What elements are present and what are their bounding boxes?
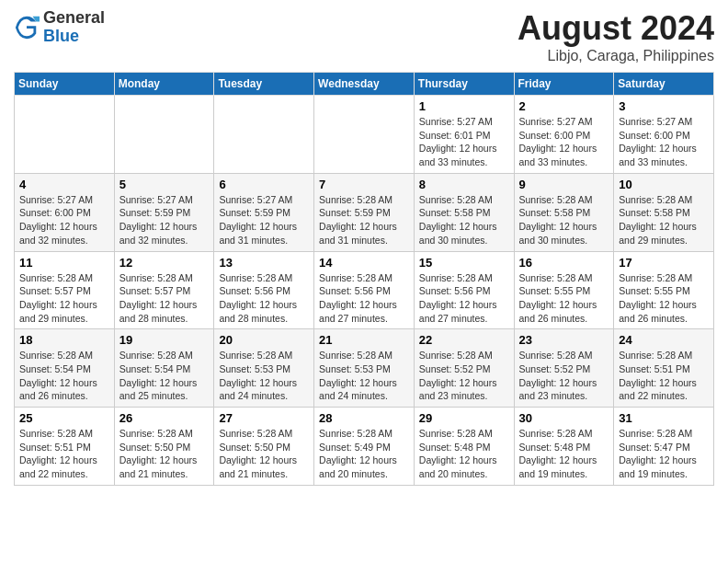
calendar-cell: 17Sunrise: 5:28 AM Sunset: 5:55 PM Dayli… — [614, 251, 714, 329]
calendar-cell: 30Sunrise: 5:28 AM Sunset: 5:48 PM Dayli… — [514, 408, 614, 486]
day-number: 28 — [319, 411, 409, 425]
calendar-cell: 11Sunrise: 5:28 AM Sunset: 5:57 PM Dayli… — [15, 251, 115, 329]
calendar-cell: 2Sunrise: 5:27 AM Sunset: 6:00 PM Daylig… — [514, 96, 614, 174]
day-number: 22 — [419, 333, 509, 347]
day-header: Tuesday — [214, 73, 314, 96]
calendar-cell: 9Sunrise: 5:28 AM Sunset: 5:58 PM Daylig… — [514, 173, 614, 251]
day-number: 6 — [219, 178, 309, 191]
calendar-cell: 31Sunrise: 5:28 AM Sunset: 5:47 PM Dayli… — [614, 408, 714, 486]
calendar-cell — [214, 96, 314, 174]
calendar-cell: 24Sunrise: 5:28 AM Sunset: 5:51 PM Dayli… — [614, 329, 714, 408]
day-header: Friday — [514, 73, 614, 96]
day-number: 30 — [519, 411, 609, 425]
day-header: Thursday — [414, 73, 514, 96]
day-info: Sunrise: 5:27 AM Sunset: 5:59 PM Dayligh… — [219, 193, 309, 247]
day-info: Sunrise: 5:28 AM Sunset: 5:53 PM Dayligh… — [219, 349, 309, 403]
day-number: 3 — [619, 99, 709, 113]
day-info: Sunrise: 5:28 AM Sunset: 5:54 PM Dayligh… — [19, 349, 109, 403]
day-header: Wednesday — [314, 73, 415, 96]
calendar-cell: 4Sunrise: 5:27 AM Sunset: 6:00 PM Daylig… — [15, 173, 115, 251]
calendar-week-row: 25Sunrise: 5:28 AM Sunset: 5:51 PM Dayli… — [15, 408, 714, 486]
day-number: 23 — [519, 333, 609, 347]
logo-icon — [14, 15, 40, 40]
calendar-cell: 12Sunrise: 5:28 AM Sunset: 5:57 PM Dayli… — [114, 251, 214, 329]
day-info: Sunrise: 5:28 AM Sunset: 5:50 PM Dayligh… — [119, 427, 210, 481]
day-info: Sunrise: 5:27 AM Sunset: 5:59 PM Dayligh… — [119, 193, 210, 247]
calendar-cell: 25Sunrise: 5:28 AM Sunset: 5:51 PM Dayli… — [15, 408, 115, 486]
day-number: 1 — [419, 99, 509, 113]
day-info: Sunrise: 5:28 AM Sunset: 5:57 PM Dayligh… — [119, 271, 210, 326]
calendar-cell: 20Sunrise: 5:28 AM Sunset: 5:53 PM Dayli… — [214, 329, 314, 408]
logo-text: General Blue — [43, 9, 105, 46]
day-number: 10 — [619, 178, 709, 191]
day-number: 18 — [19, 333, 109, 347]
calendar-week-row: 1Sunrise: 5:27 AM Sunset: 6:01 PM Daylig… — [15, 96, 714, 174]
day-number: 17 — [619, 256, 709, 270]
calendar-cell: 16Sunrise: 5:28 AM Sunset: 5:55 PM Dayli… — [514, 251, 614, 329]
day-number: 20 — [219, 333, 309, 347]
page-header: General Blue August 2024 Libjo, Caraga, … — [14, 9, 714, 64]
day-number: 25 — [19, 411, 109, 425]
day-number: 24 — [619, 333, 709, 347]
calendar-week-row: 4Sunrise: 5:27 AM Sunset: 6:00 PM Daylig… — [15, 173, 714, 251]
day-info: Sunrise: 5:28 AM Sunset: 5:48 PM Dayligh… — [519, 427, 609, 481]
day-number: 13 — [219, 256, 309, 270]
calendar-cell: 23Sunrise: 5:28 AM Sunset: 5:52 PM Dayli… — [514, 329, 614, 408]
day-info: Sunrise: 5:28 AM Sunset: 5:58 PM Dayligh… — [419, 193, 509, 247]
calendar-cell: 29Sunrise: 5:28 AM Sunset: 5:48 PM Dayli… — [414, 408, 514, 486]
day-header: Sunday — [15, 73, 115, 96]
day-number: 8 — [419, 178, 509, 191]
day-number: 11 — [19, 256, 109, 270]
day-info: Sunrise: 5:28 AM Sunset: 5:52 PM Dayligh… — [519, 349, 609, 403]
day-info: Sunrise: 5:28 AM Sunset: 5:57 PM Dayligh… — [19, 271, 109, 326]
calendar-cell: 27Sunrise: 5:28 AM Sunset: 5:50 PM Dayli… — [214, 408, 314, 486]
calendar-cell: 13Sunrise: 5:28 AM Sunset: 5:56 PM Dayli… — [214, 251, 314, 329]
day-info: Sunrise: 5:28 AM Sunset: 5:50 PM Dayligh… — [219, 427, 309, 481]
day-info: Sunrise: 5:28 AM Sunset: 5:51 PM Dayligh… — [19, 427, 109, 481]
day-info: Sunrise: 5:28 AM Sunset: 5:56 PM Dayligh… — [219, 271, 309, 326]
page-title: August 2024 — [518, 9, 714, 48]
day-number: 31 — [619, 411, 709, 425]
day-info: Sunrise: 5:28 AM Sunset: 5:59 PM Dayligh… — [319, 193, 409, 247]
day-info: Sunrise: 5:28 AM Sunset: 5:56 PM Dayligh… — [319, 271, 409, 326]
day-number: 5 — [119, 178, 210, 191]
calendar-cell: 8Sunrise: 5:28 AM Sunset: 5:58 PM Daylig… — [414, 173, 514, 251]
calendar-cell: 10Sunrise: 5:28 AM Sunset: 5:58 PM Dayli… — [614, 173, 714, 251]
day-info: Sunrise: 5:27 AM Sunset: 6:00 PM Dayligh… — [519, 115, 609, 169]
day-info: Sunrise: 5:28 AM Sunset: 5:55 PM Dayligh… — [619, 271, 709, 326]
calendar-cell: 7Sunrise: 5:28 AM Sunset: 5:59 PM Daylig… — [314, 173, 415, 251]
title-block: August 2024 Libjo, Caraga, Philippines — [518, 9, 714, 64]
calendar-table: SundayMondayTuesdayWednesdayThursdayFrid… — [14, 72, 714, 486]
calendar-cell: 3Sunrise: 5:27 AM Sunset: 6:00 PM Daylig… — [614, 96, 714, 174]
day-info: Sunrise: 5:28 AM Sunset: 5:58 PM Dayligh… — [519, 193, 609, 247]
calendar-cell: 21Sunrise: 5:28 AM Sunset: 5:53 PM Dayli… — [314, 329, 415, 408]
calendar-cell: 14Sunrise: 5:28 AM Sunset: 5:56 PM Dayli… — [314, 251, 415, 329]
calendar-cell: 19Sunrise: 5:28 AM Sunset: 5:54 PM Dayli… — [114, 329, 214, 408]
calendar-cell — [114, 96, 214, 174]
day-info: Sunrise: 5:28 AM Sunset: 5:49 PM Dayligh… — [319, 427, 409, 481]
calendar-cell: 15Sunrise: 5:28 AM Sunset: 5:56 PM Dayli… — [414, 251, 514, 329]
day-number: 16 — [519, 256, 609, 270]
day-number: 9 — [519, 178, 609, 191]
day-info: Sunrise: 5:28 AM Sunset: 5:51 PM Dayligh… — [619, 349, 709, 403]
day-number: 27 — [219, 411, 309, 425]
day-number: 29 — [419, 411, 509, 425]
day-number: 7 — [319, 178, 409, 191]
calendar-week-row: 11Sunrise: 5:28 AM Sunset: 5:57 PM Dayli… — [15, 251, 714, 329]
day-info: Sunrise: 5:28 AM Sunset: 5:56 PM Dayligh… — [419, 271, 509, 326]
calendar-week-row: 18Sunrise: 5:28 AM Sunset: 5:54 PM Dayli… — [15, 329, 714, 408]
day-info: Sunrise: 5:28 AM Sunset: 5:55 PM Dayligh… — [519, 271, 609, 326]
day-info: Sunrise: 5:27 AM Sunset: 6:00 PM Dayligh… — [619, 115, 709, 169]
calendar-cell: 22Sunrise: 5:28 AM Sunset: 5:52 PM Dayli… — [414, 329, 514, 408]
day-info: Sunrise: 5:27 AM Sunset: 6:01 PM Dayligh… — [419, 115, 509, 169]
day-number: 14 — [319, 256, 409, 270]
day-info: Sunrise: 5:28 AM Sunset: 5:52 PM Dayligh… — [419, 349, 509, 403]
day-header: Saturday — [614, 73, 714, 96]
day-info: Sunrise: 5:28 AM Sunset: 5:47 PM Dayligh… — [619, 427, 709, 481]
calendar-cell — [314, 96, 415, 174]
day-info: Sunrise: 5:28 AM Sunset: 5:54 PM Dayligh… — [119, 349, 210, 403]
day-info: Sunrise: 5:27 AM Sunset: 6:00 PM Dayligh… — [19, 193, 109, 247]
calendar-cell: 1Sunrise: 5:27 AM Sunset: 6:01 PM Daylig… — [414, 96, 514, 174]
day-info: Sunrise: 5:28 AM Sunset: 5:48 PM Dayligh… — [419, 427, 509, 481]
day-info: Sunrise: 5:28 AM Sunset: 5:58 PM Dayligh… — [619, 193, 709, 247]
